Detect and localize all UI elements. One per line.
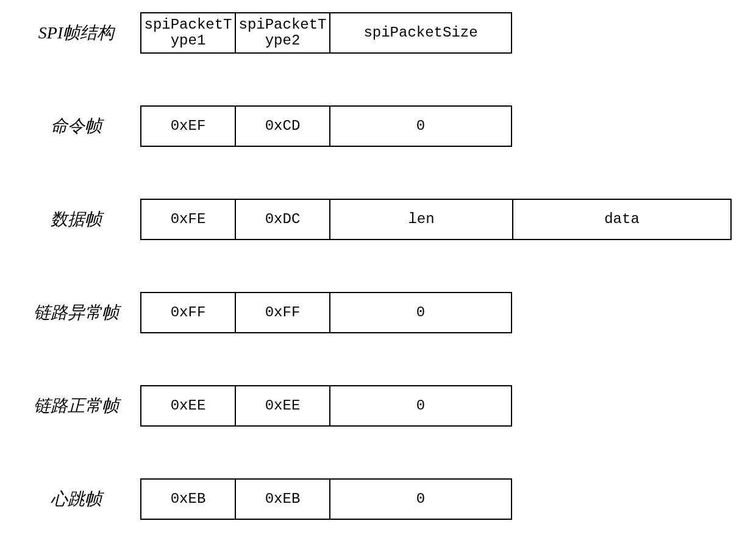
cells-group: 0xEF0xCD0 bbox=[140, 105, 512, 147]
row-label: 链路异常帧 bbox=[18, 301, 140, 324]
frame-row: 数据帧0xFE0xDClendata bbox=[18, 199, 738, 240]
frame-cell: 0xEE bbox=[140, 385, 235, 427]
frame-structure-diagram: SPI帧结构spiPacketT ype1spiPacketT ype2spiP… bbox=[18, 12, 738, 520]
cell-text: 0xEB bbox=[265, 491, 301, 507]
frame-cell: 0 bbox=[329, 292, 512, 333]
cell-text: 0xEE bbox=[171, 398, 206, 414]
cell-text: 0xEF bbox=[171, 118, 206, 134]
row-label: SPI帧结构 bbox=[18, 21, 140, 44]
cell-text: 0 bbox=[416, 118, 425, 134]
frame-cell: spiPacketT ype2 bbox=[235, 12, 329, 54]
cells-group: 0xEE0xEE0 bbox=[140, 385, 512, 427]
frame-cell: 0xEE bbox=[235, 385, 329, 427]
cell-text: 0xDC bbox=[265, 211, 301, 227]
row-label: 链路正常帧 bbox=[18, 394, 140, 417]
frame-cell: data bbox=[512, 199, 732, 240]
frame-cell: 0xEF bbox=[140, 105, 235, 147]
cell-text: 0xEE bbox=[265, 398, 301, 414]
cells-group: 0xFE0xDClendata bbox=[140, 199, 732, 240]
frame-cell: 0 bbox=[329, 385, 512, 427]
cell-text: 0xFE bbox=[171, 211, 206, 227]
frame-cell: 0xFE bbox=[140, 199, 235, 240]
cell-text: 0 bbox=[416, 491, 425, 507]
row-label: 数据帧 bbox=[18, 208, 140, 231]
frame-cell: 0xEB bbox=[235, 478, 329, 520]
cell-text: data bbox=[604, 211, 640, 227]
frame-row: 链路正常帧0xEE0xEE0 bbox=[18, 385, 738, 427]
frame-cell: 0xEB bbox=[140, 478, 235, 520]
cells-group: 0xFF0xFF0 bbox=[140, 292, 512, 333]
frame-cell: 0xCD bbox=[235, 105, 329, 147]
cell-text: spiPacketT ype2 bbox=[238, 17, 326, 49]
cell-text: spiPacketT ype1 bbox=[144, 17, 232, 49]
frame-cell: 0 bbox=[329, 105, 512, 147]
frame-cell: len bbox=[329, 199, 512, 240]
frame-row: 链路异常帧0xFF0xFF0 bbox=[18, 292, 738, 333]
cell-text: spiPacketSize bbox=[363, 25, 477, 41]
cell-text: 0 bbox=[416, 305, 425, 321]
cell-text: 0xEB bbox=[171, 491, 206, 507]
frame-row: SPI帧结构spiPacketT ype1spiPacketT ype2spiP… bbox=[18, 12, 738, 54]
frame-cell: 0xDC bbox=[235, 199, 329, 240]
row-label: 命令帧 bbox=[18, 115, 140, 138]
frame-row: 心跳帧0xEB0xEB0 bbox=[18, 478, 738, 520]
cell-text: 0xCD bbox=[265, 118, 301, 134]
cell-text: 0xFF bbox=[265, 305, 301, 321]
frame-cell: 0 bbox=[329, 478, 512, 520]
cell-text: len bbox=[408, 211, 434, 227]
cells-group: 0xEB0xEB0 bbox=[140, 478, 512, 520]
frame-row: 命令帧0xEF0xCD0 bbox=[18, 105, 738, 147]
frame-cell: 0xFF bbox=[235, 292, 329, 333]
cells-group: spiPacketT ype1spiPacketT ype2spiPacketS… bbox=[140, 12, 512, 54]
cell-text: 0xFF bbox=[171, 305, 206, 321]
cell-text: 0 bbox=[416, 398, 425, 414]
frame-cell: spiPacketT ype1 bbox=[140, 12, 235, 54]
row-label: 心跳帧 bbox=[18, 488, 140, 511]
frame-cell: spiPacketSize bbox=[329, 12, 512, 54]
frame-cell: 0xFF bbox=[140, 292, 235, 333]
